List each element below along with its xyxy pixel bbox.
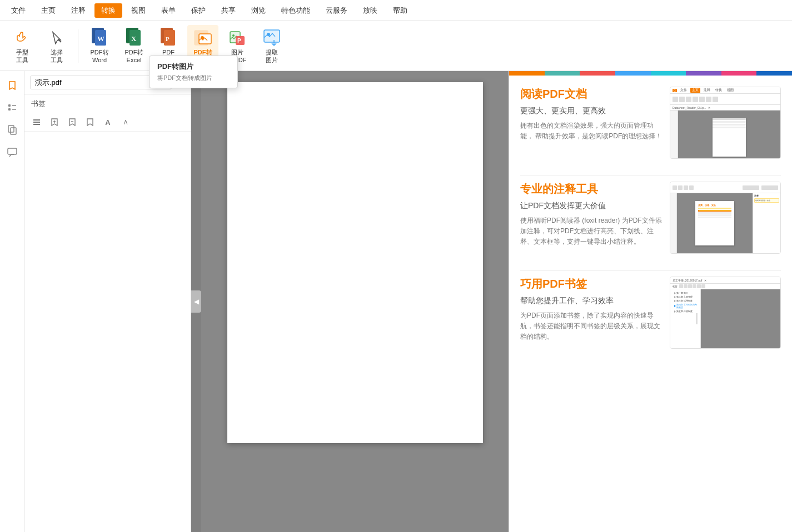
menu-item-share[interactable]: 共享 xyxy=(215,3,242,18)
app-body: ✕ 书签 xyxy=(0,71,792,532)
word-icon: W xyxy=(89,28,109,48)
menu-bar: 文件 主页 注释 转换 视图 表单 保护 共享 浏览 特色功能 云服务 放映 帮… xyxy=(0,0,792,21)
panel-bookmark-prev-icon[interactable] xyxy=(83,116,97,129)
hand-tool-label: 手型工具 xyxy=(16,49,28,63)
menu-item-cloud[interactable]: 云服务 xyxy=(319,3,354,18)
hand-icon xyxy=(12,28,32,48)
annotate-mockup-image: 免费、快速、安全 注释 xyxy=(670,182,781,254)
preview-section-annotate: 免费、快速、安全 注释 xyxy=(520,182,781,254)
strip-teal xyxy=(545,71,580,76)
sidebar-list-icon[interactable] xyxy=(2,98,22,118)
divider-annot-bkmk xyxy=(520,270,781,271)
toolbar: 手型工具 选择工具 W PDF转Word X xyxy=(0,21,792,71)
svg-text:X: X xyxy=(131,34,137,43)
panel-text-large-icon[interactable]: A xyxy=(101,116,114,129)
img-to-pdf-icon: P xyxy=(227,28,247,48)
read-mockup-image: G 文件 主页 注释 转换 视图 xyxy=(670,87,781,159)
menu-item-help[interactable]: 帮助 xyxy=(386,3,414,18)
strip-blue xyxy=(615,71,651,76)
sidebar-bookmark-icon[interactable] xyxy=(2,76,22,96)
search-input[interactable] xyxy=(30,76,172,89)
menu-item-browse[interactable]: 浏览 xyxy=(245,3,272,18)
select-tool-button[interactable]: 选择工具 xyxy=(41,25,72,67)
strip-cyan xyxy=(651,71,686,76)
pdf-to-excel-label: PDF转Excel xyxy=(125,49,143,63)
extract-image-label: 提取图片 xyxy=(266,49,278,63)
panel-list-icon[interactable] xyxy=(30,116,43,129)
right-preview-panel: G 文件 主页 注释 转换 视图 xyxy=(509,71,792,532)
image-to-pdf-label: 图片转PDF xyxy=(228,49,247,63)
svg-rect-17 xyxy=(264,30,280,42)
strip-orange xyxy=(509,71,545,76)
svg-rect-27 xyxy=(33,122,40,123)
panel-text-small-icon[interactable]: A xyxy=(119,116,132,129)
menu-item-present[interactable]: 放映 xyxy=(356,3,384,18)
panel-bookmark-remove-icon[interactable] xyxy=(66,116,79,129)
collapse-panel-button[interactable]: ◀ xyxy=(191,290,201,313)
pdf-to-image-icon xyxy=(193,28,213,48)
panel-toolbar: A A xyxy=(24,113,191,132)
sidebar-pages-icon[interactable] xyxy=(2,120,22,140)
sidebar xyxy=(0,71,24,532)
divider-read-annot xyxy=(520,175,781,176)
pdf-to-ppt-button[interactable]: P PDF转PPT xyxy=(153,25,184,67)
svg-rect-24 xyxy=(11,128,16,134)
extract-icon xyxy=(262,28,282,48)
menu-item-file[interactable]: 文件 xyxy=(4,3,32,18)
divider-1 xyxy=(78,29,78,63)
strip-darkblue xyxy=(756,71,792,76)
svg-rect-19 xyxy=(8,104,11,107)
menu-item-home[interactable]: 主页 xyxy=(34,3,62,18)
strip-red xyxy=(580,71,615,76)
bookmark-mockup-image: 员工手册_20120917.pdf ✕ 书签 xyxy=(670,277,781,349)
cursor-icon xyxy=(47,28,67,48)
strip-purple xyxy=(686,71,721,76)
left-panel: ✕ 书签 xyxy=(24,71,191,532)
excel-icon: X xyxy=(124,28,144,48)
pdf-to-word-label: PDF转Word xyxy=(91,49,109,63)
preview-content: G 文件 主页 注释 转换 视图 xyxy=(509,76,792,377)
svg-rect-23 xyxy=(8,126,14,132)
svg-text:W: W xyxy=(97,34,104,43)
svg-text:P: P xyxy=(166,36,170,42)
search-bar: ✕ xyxy=(24,71,191,94)
sidebar-comment-icon[interactable] xyxy=(2,142,22,162)
color-strip xyxy=(509,71,792,76)
pdf-to-word-button[interactable]: W PDF转Word xyxy=(84,25,115,67)
menu-item-protect[interactable]: 保护 xyxy=(185,3,212,18)
menu-item-view[interactable]: 视图 xyxy=(124,3,152,18)
search-clear-button[interactable]: ✕ xyxy=(175,78,185,88)
strip-pink xyxy=(721,71,757,76)
pdf-to-image-label: PDF转图片 xyxy=(194,49,212,63)
svg-rect-28 xyxy=(33,124,40,125)
svg-rect-20 xyxy=(8,108,11,111)
page-area[interactable] xyxy=(201,71,509,532)
pdf-to-excel-button[interactable]: X PDF转Excel xyxy=(118,25,150,67)
preview-section-read: G 文件 主页 注释 转换 视图 xyxy=(520,87,781,159)
pdf-to-ppt-label: PDF转PPT xyxy=(160,49,177,63)
panel-bookmark-add-icon[interactable] xyxy=(48,116,61,129)
svg-rect-26 xyxy=(33,119,40,121)
select-tool-label: 选择工具 xyxy=(51,49,63,63)
menu-item-comment[interactable]: 注释 xyxy=(64,3,92,18)
main-content: ◀ xyxy=(191,71,792,532)
menu-item-convert[interactable]: 转换 xyxy=(94,3,122,18)
pdf-page xyxy=(227,82,483,443)
preview-section-bookmark: 员工手册_20120917.pdf ✕ 书签 xyxy=(520,277,781,349)
ppt-icon: P xyxy=(158,28,178,48)
svg-point-14 xyxy=(232,34,235,37)
extract-image-button[interactable]: 提取图片 xyxy=(256,25,287,67)
pdf-to-image-button[interactable]: PDF转图片 xyxy=(187,25,218,67)
svg-text:P: P xyxy=(237,38,241,44)
menu-item-special[interactable]: 特色功能 xyxy=(275,3,317,18)
hand-tool-button[interactable]: 手型工具 xyxy=(7,25,38,67)
panel-label: 书签 xyxy=(24,94,191,113)
image-to-pdf-button[interactable]: P 图片转PDF xyxy=(222,25,253,67)
menu-item-form[interactable]: 表单 xyxy=(155,3,182,18)
svg-rect-25 xyxy=(8,148,17,154)
